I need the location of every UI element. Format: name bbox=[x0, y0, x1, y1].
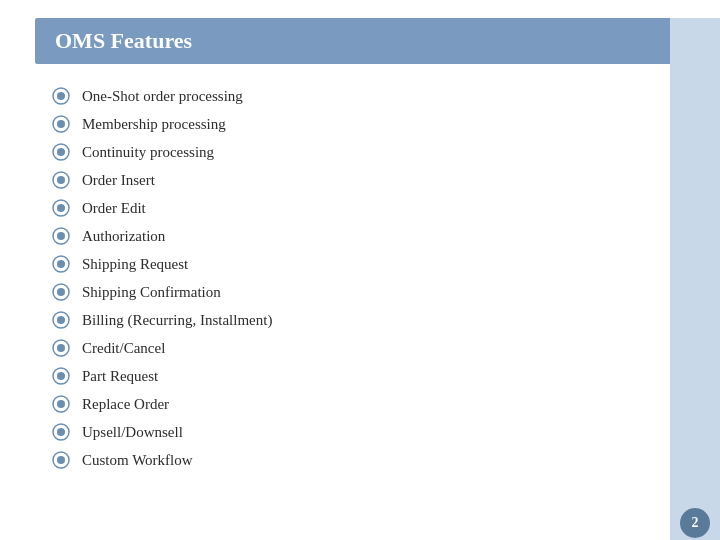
bullet-icon bbox=[50, 309, 72, 331]
list-item-text: Credit/Cancel bbox=[82, 340, 165, 357]
list-item-text: Membership processing bbox=[82, 116, 226, 133]
bullet-icon bbox=[50, 141, 72, 163]
list-item-text: Part Request bbox=[82, 368, 158, 385]
slide-title: OMS Features bbox=[55, 28, 665, 54]
list-item-text: Shipping Request bbox=[82, 256, 188, 273]
list-item: One-Shot order processing bbox=[50, 82, 680, 110]
list-item: Billing (Recurring, Installment) bbox=[50, 306, 680, 334]
bullet-icon bbox=[50, 85, 72, 107]
svg-point-13 bbox=[57, 260, 65, 268]
list-item: Shipping Confirmation bbox=[50, 278, 680, 306]
svg-point-15 bbox=[57, 288, 65, 296]
bullet-icon bbox=[50, 393, 72, 415]
list-item-text: Continuity processing bbox=[82, 144, 214, 161]
list-item-text: Upsell/Downsell bbox=[82, 424, 183, 441]
svg-point-19 bbox=[57, 344, 65, 352]
svg-point-23 bbox=[57, 400, 65, 408]
svg-point-5 bbox=[57, 148, 65, 156]
svg-point-3 bbox=[57, 120, 65, 128]
list-item: Credit/Cancel bbox=[50, 334, 680, 362]
bullet-icon bbox=[50, 421, 72, 443]
content-area: One-Shot order processing Membership pro… bbox=[0, 64, 720, 484]
svg-point-7 bbox=[57, 176, 65, 184]
list-item: Upsell/Downsell bbox=[50, 418, 680, 446]
list-item-text: Billing (Recurring, Installment) bbox=[82, 312, 272, 329]
svg-point-1 bbox=[57, 92, 65, 100]
list-item: Replace Order bbox=[50, 390, 680, 418]
page-number: 2 bbox=[680, 508, 710, 538]
bullet-icon bbox=[50, 281, 72, 303]
list-item: Part Request bbox=[50, 362, 680, 390]
list-item: Order Insert bbox=[50, 166, 680, 194]
svg-point-9 bbox=[57, 204, 65, 212]
list-item: Shipping Request bbox=[50, 250, 680, 278]
list-item-text: Replace Order bbox=[82, 396, 169, 413]
svg-point-25 bbox=[57, 428, 65, 436]
list-item: Order Edit bbox=[50, 194, 680, 222]
list-item: Custom Workflow bbox=[50, 446, 680, 474]
svg-point-11 bbox=[57, 232, 65, 240]
bullet-icon bbox=[50, 197, 72, 219]
svg-point-27 bbox=[57, 456, 65, 464]
bullet-icon bbox=[50, 225, 72, 247]
bullet-icon bbox=[50, 169, 72, 191]
list-item-text: Order Insert bbox=[82, 172, 155, 189]
list-item-text: One-Shot order processing bbox=[82, 88, 243, 105]
bullet-icon bbox=[50, 449, 72, 471]
title-bar: OMS Features bbox=[35, 18, 685, 64]
list-item-text: Custom Workflow bbox=[82, 452, 193, 469]
bullet-icon bbox=[50, 337, 72, 359]
svg-point-21 bbox=[57, 372, 65, 380]
list-item: Continuity processing bbox=[50, 138, 680, 166]
list-item: Authorization bbox=[50, 222, 680, 250]
slide-container: OMS Features One-Shot order processing M… bbox=[0, 18, 720, 540]
right-sidebar: 2 bbox=[670, 18, 720, 540]
svg-point-17 bbox=[57, 316, 65, 324]
list-item-text: Authorization bbox=[82, 228, 165, 245]
bullet-icon bbox=[50, 365, 72, 387]
list-item-text: Order Edit bbox=[82, 200, 146, 217]
bullet-icon bbox=[50, 253, 72, 275]
bullet-icon bbox=[50, 113, 72, 135]
list-item: Membership processing bbox=[50, 110, 680, 138]
list-item-text: Shipping Confirmation bbox=[82, 284, 221, 301]
